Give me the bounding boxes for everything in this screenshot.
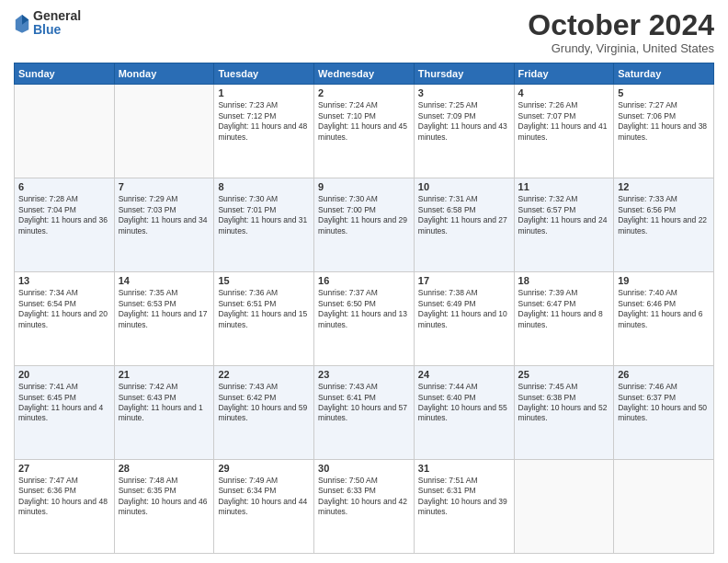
calendar-cell: 11Sunrise: 7:32 AM Sunset: 6:57 PM Dayli… bbox=[514, 178, 614, 272]
day-number: 18 bbox=[518, 275, 610, 286]
day-number: 2 bbox=[318, 87, 410, 98]
calendar-day-header: Saturday bbox=[614, 63, 714, 85]
day-number: 23 bbox=[318, 369, 410, 380]
calendar-cell: 23Sunrise: 7:43 AM Sunset: 6:41 PM Dayli… bbox=[314, 366, 415, 460]
day-number: 26 bbox=[618, 369, 710, 380]
day-number: 17 bbox=[418, 275, 510, 286]
day-number: 14 bbox=[119, 275, 210, 286]
calendar-cell: 4Sunrise: 7:26 AM Sunset: 7:07 PM Daylig… bbox=[514, 85, 614, 178]
day-number: 29 bbox=[218, 463, 310, 474]
day-number: 5 bbox=[618, 87, 710, 98]
calendar-cell: 9Sunrise: 7:30 AM Sunset: 7:00 PM Daylig… bbox=[314, 178, 415, 272]
calendar-cell: 28Sunrise: 7:48 AM Sunset: 6:35 PM Dayli… bbox=[114, 460, 214, 554]
day-info: Sunrise: 7:47 AM Sunset: 6:36 PM Dayligh… bbox=[18, 476, 110, 518]
logo: General Blue bbox=[14, 9, 81, 38]
calendar-day-header: Sunday bbox=[15, 63, 115, 85]
location: Grundy, Virginia, United States bbox=[528, 41, 714, 55]
calendar-cell: 29Sunrise: 7:49 AM Sunset: 6:34 PM Dayli… bbox=[214, 460, 314, 554]
calendar-cell: 3Sunrise: 7:25 AM Sunset: 7:09 PM Daylig… bbox=[414, 85, 514, 178]
calendar-cell: 27Sunrise: 7:47 AM Sunset: 6:36 PM Dayli… bbox=[15, 460, 115, 554]
day-info: Sunrise: 7:24 AM Sunset: 7:10 PM Dayligh… bbox=[318, 100, 410, 143]
calendar-week-row: 20Sunrise: 7:41 AM Sunset: 6:45 PM Dayli… bbox=[15, 366, 714, 460]
logo-icon bbox=[14, 13, 30, 33]
calendar-header-row: SundayMondayTuesdayWednesdayThursdayFrid… bbox=[15, 63, 714, 85]
calendar-body: 1Sunrise: 7:23 AM Sunset: 7:12 PM Daylig… bbox=[15, 85, 714, 554]
calendar-cell: 1Sunrise: 7:23 AM Sunset: 7:12 PM Daylig… bbox=[214, 85, 314, 178]
calendar-day-header: Thursday bbox=[414, 63, 514, 85]
day-info: Sunrise: 7:49 AM Sunset: 6:34 PM Dayligh… bbox=[218, 476, 310, 518]
day-number: 12 bbox=[618, 181, 710, 192]
day-info: Sunrise: 7:36 AM Sunset: 6:51 PM Dayligh… bbox=[218, 288, 310, 330]
calendar-week-row: 6Sunrise: 7:28 AM Sunset: 7:04 PM Daylig… bbox=[15, 178, 714, 272]
calendar-day-header: Monday bbox=[114, 63, 214, 85]
day-info: Sunrise: 7:50 AM Sunset: 6:33 PM Dayligh… bbox=[318, 476, 410, 518]
calendar-week-row: 13Sunrise: 7:34 AM Sunset: 6:54 PM Dayli… bbox=[15, 272, 714, 366]
calendar-day-header: Wednesday bbox=[314, 63, 415, 85]
calendar-cell bbox=[114, 85, 214, 178]
header: General Blue October 2024 Grundy, Virgin… bbox=[14, 9, 714, 55]
day-info: Sunrise: 7:44 AM Sunset: 6:40 PM Dayligh… bbox=[418, 382, 510, 424]
day-number: 28 bbox=[119, 463, 210, 474]
calendar-cell: 7Sunrise: 7:29 AM Sunset: 7:03 PM Daylig… bbox=[114, 178, 214, 272]
day-info: Sunrise: 7:30 AM Sunset: 7:00 PM Dayligh… bbox=[318, 194, 410, 236]
day-number: 1 bbox=[218, 87, 310, 98]
calendar-cell: 17Sunrise: 7:38 AM Sunset: 6:49 PM Dayli… bbox=[414, 272, 514, 366]
calendar-cell: 18Sunrise: 7:39 AM Sunset: 6:47 PM Dayli… bbox=[514, 272, 614, 366]
calendar-cell: 10Sunrise: 7:31 AM Sunset: 6:58 PM Dayli… bbox=[414, 178, 514, 272]
logo-text: General Blue bbox=[33, 9, 81, 38]
calendar-cell: 25Sunrise: 7:45 AM Sunset: 6:38 PM Dayli… bbox=[514, 366, 614, 460]
logo-blue: Blue bbox=[33, 23, 81, 37]
day-number: 31 bbox=[418, 463, 510, 474]
calendar-cell: 8Sunrise: 7:30 AM Sunset: 7:01 PM Daylig… bbox=[214, 178, 314, 272]
calendar-cell: 12Sunrise: 7:33 AM Sunset: 6:56 PM Dayli… bbox=[614, 178, 714, 272]
calendar-cell: 13Sunrise: 7:34 AM Sunset: 6:54 PM Dayli… bbox=[15, 272, 115, 366]
day-info: Sunrise: 7:33 AM Sunset: 6:56 PM Dayligh… bbox=[618, 194, 710, 236]
calendar-cell bbox=[614, 460, 714, 554]
calendar-cell bbox=[15, 85, 115, 178]
calendar-cell: 6Sunrise: 7:28 AM Sunset: 7:04 PM Daylig… bbox=[15, 178, 115, 272]
day-info: Sunrise: 7:39 AM Sunset: 6:47 PM Dayligh… bbox=[518, 288, 610, 330]
day-number: 24 bbox=[418, 369, 510, 380]
day-number: 20 bbox=[18, 369, 110, 380]
day-number: 13 bbox=[18, 275, 110, 286]
calendar-week-row: 1Sunrise: 7:23 AM Sunset: 7:12 PM Daylig… bbox=[15, 85, 714, 178]
day-number: 4 bbox=[518, 87, 610, 98]
day-info: Sunrise: 7:28 AM Sunset: 7:04 PM Dayligh… bbox=[18, 194, 110, 236]
title-block: October 2024 Grundy, Virginia, United St… bbox=[528, 9, 714, 55]
day-info: Sunrise: 7:27 AM Sunset: 7:06 PM Dayligh… bbox=[618, 100, 710, 143]
calendar-cell: 24Sunrise: 7:44 AM Sunset: 6:40 PM Dayli… bbox=[414, 366, 514, 460]
day-number: 22 bbox=[218, 369, 310, 380]
day-info: Sunrise: 7:29 AM Sunset: 7:03 PM Dayligh… bbox=[119, 194, 210, 236]
day-info: Sunrise: 7:25 AM Sunset: 7:09 PM Dayligh… bbox=[418, 100, 510, 143]
calendar-cell: 31Sunrise: 7:51 AM Sunset: 6:31 PM Dayli… bbox=[414, 460, 514, 554]
calendar-day-header: Friday bbox=[514, 63, 614, 85]
day-info: Sunrise: 7:40 AM Sunset: 6:46 PM Dayligh… bbox=[618, 288, 710, 330]
day-number: 8 bbox=[218, 181, 310, 192]
day-number: 27 bbox=[18, 463, 110, 474]
calendar-cell: 5Sunrise: 7:27 AM Sunset: 7:06 PM Daylig… bbox=[614, 85, 714, 178]
calendar-cell: 2Sunrise: 7:24 AM Sunset: 7:10 PM Daylig… bbox=[314, 85, 415, 178]
day-info: Sunrise: 7:35 AM Sunset: 6:53 PM Dayligh… bbox=[119, 288, 210, 330]
day-number: 15 bbox=[218, 275, 310, 286]
day-info: Sunrise: 7:43 AM Sunset: 6:41 PM Dayligh… bbox=[318, 382, 410, 424]
day-number: 19 bbox=[618, 275, 710, 286]
calendar-cell: 20Sunrise: 7:41 AM Sunset: 6:45 PM Dayli… bbox=[15, 366, 115, 460]
day-info: Sunrise: 7:48 AM Sunset: 6:35 PM Dayligh… bbox=[119, 476, 210, 518]
page: General Blue October 2024 Grundy, Virgin… bbox=[0, 0, 728, 563]
calendar-day-header: Tuesday bbox=[214, 63, 314, 85]
day-number: 25 bbox=[518, 369, 610, 380]
calendar-cell: 21Sunrise: 7:42 AM Sunset: 6:43 PM Dayli… bbox=[114, 366, 214, 460]
day-info: Sunrise: 7:31 AM Sunset: 6:58 PM Dayligh… bbox=[418, 194, 510, 236]
day-number: 9 bbox=[318, 181, 410, 192]
day-number: 21 bbox=[119, 369, 210, 380]
calendar-cell: 16Sunrise: 7:37 AM Sunset: 6:50 PM Dayli… bbox=[314, 272, 415, 366]
day-info: Sunrise: 7:38 AM Sunset: 6:49 PM Dayligh… bbox=[418, 288, 510, 330]
calendar-cell: 19Sunrise: 7:40 AM Sunset: 6:46 PM Dayli… bbox=[614, 272, 714, 366]
day-info: Sunrise: 7:34 AM Sunset: 6:54 PM Dayligh… bbox=[18, 288, 110, 330]
calendar-cell: 30Sunrise: 7:50 AM Sunset: 6:33 PM Dayli… bbox=[314, 460, 415, 554]
calendar-cell bbox=[514, 460, 614, 554]
day-number: 16 bbox=[318, 275, 410, 286]
day-info: Sunrise: 7:37 AM Sunset: 6:50 PM Dayligh… bbox=[318, 288, 410, 330]
logo-general: General bbox=[33, 9, 81, 23]
day-info: Sunrise: 7:30 AM Sunset: 7:01 PM Dayligh… bbox=[218, 194, 310, 236]
